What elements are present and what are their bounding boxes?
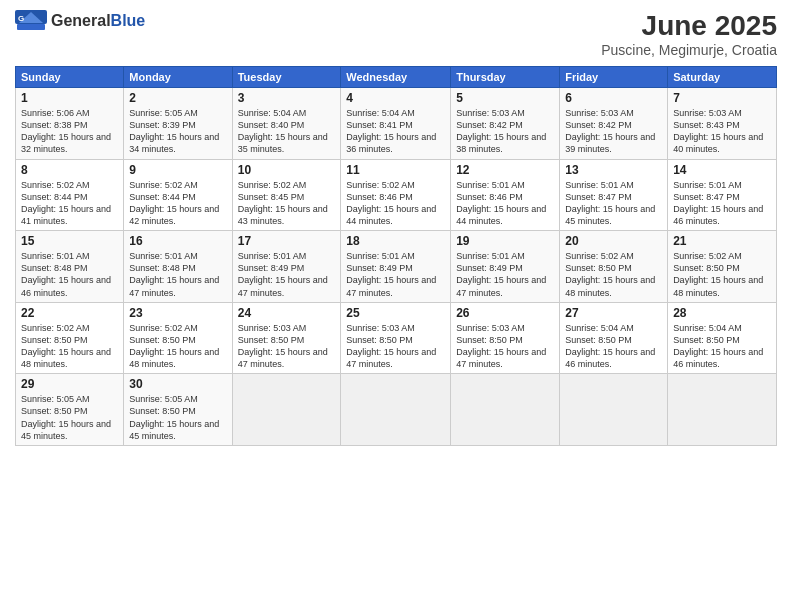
table-row: 2Sunrise: 5:05 AMSunset: 8:39 PMDaylight…	[124, 88, 232, 160]
logo-icon: G	[15, 10, 47, 32]
day-info: Sunrise: 5:02 AMSunset: 8:50 PMDaylight:…	[565, 250, 662, 299]
day-number: 4	[346, 91, 445, 105]
day-number: 26	[456, 306, 554, 320]
day-number: 1	[21, 91, 118, 105]
table-row: 6Sunrise: 5:03 AMSunset: 8:42 PMDaylight…	[560, 88, 668, 160]
table-row	[451, 374, 560, 446]
day-number: 2	[129, 91, 226, 105]
day-number: 22	[21, 306, 118, 320]
day-info: Sunrise: 5:01 AMSunset: 8:48 PMDaylight:…	[21, 250, 118, 299]
col-tuesday: Tuesday	[232, 67, 341, 88]
day-info: Sunrise: 5:03 AMSunset: 8:42 PMDaylight:…	[456, 107, 554, 156]
table-row: 20Sunrise: 5:02 AMSunset: 8:50 PMDayligh…	[560, 231, 668, 303]
day-info: Sunrise: 5:01 AMSunset: 8:48 PMDaylight:…	[129, 250, 226, 299]
table-row: 15Sunrise: 5:01 AMSunset: 8:48 PMDayligh…	[16, 231, 124, 303]
table-row: 13Sunrise: 5:01 AMSunset: 8:47 PMDayligh…	[560, 159, 668, 231]
day-info: Sunrise: 5:02 AMSunset: 8:50 PMDaylight:…	[21, 322, 118, 371]
table-row: 26Sunrise: 5:03 AMSunset: 8:50 PMDayligh…	[451, 302, 560, 374]
day-number: 23	[129, 306, 226, 320]
table-row: 16Sunrise: 5:01 AMSunset: 8:48 PMDayligh…	[124, 231, 232, 303]
table-row: 30Sunrise: 5:05 AMSunset: 8:50 PMDayligh…	[124, 374, 232, 446]
day-number: 24	[238, 306, 336, 320]
table-row: 28Sunrise: 5:04 AMSunset: 8:50 PMDayligh…	[668, 302, 777, 374]
day-number: 18	[346, 234, 445, 248]
day-info: Sunrise: 5:03 AMSunset: 8:43 PMDaylight:…	[673, 107, 771, 156]
table-row	[341, 374, 451, 446]
day-info: Sunrise: 5:02 AMSunset: 8:50 PMDaylight:…	[129, 322, 226, 371]
table-row: 17Sunrise: 5:01 AMSunset: 8:49 PMDayligh…	[232, 231, 341, 303]
day-number: 28	[673, 306, 771, 320]
day-number: 6	[565, 91, 662, 105]
day-number: 30	[129, 377, 226, 391]
calendar-title: June 2025	[601, 10, 777, 42]
table-row: 27Sunrise: 5:04 AMSunset: 8:50 PMDayligh…	[560, 302, 668, 374]
day-info: Sunrise: 5:02 AMSunset: 8:50 PMDaylight:…	[673, 250, 771, 299]
table-row: 23Sunrise: 5:02 AMSunset: 8:50 PMDayligh…	[124, 302, 232, 374]
day-info: Sunrise: 5:01 AMSunset: 8:47 PMDaylight:…	[565, 179, 662, 228]
day-info: Sunrise: 5:01 AMSunset: 8:49 PMDaylight:…	[346, 250, 445, 299]
table-row: 18Sunrise: 5:01 AMSunset: 8:49 PMDayligh…	[341, 231, 451, 303]
day-info: Sunrise: 5:03 AMSunset: 8:50 PMDaylight:…	[238, 322, 336, 371]
day-number: 17	[238, 234, 336, 248]
day-info: Sunrise: 5:03 AMSunset: 8:50 PMDaylight:…	[456, 322, 554, 371]
day-number: 13	[565, 163, 662, 177]
table-row: 24Sunrise: 5:03 AMSunset: 8:50 PMDayligh…	[232, 302, 341, 374]
day-info: Sunrise: 5:03 AMSunset: 8:50 PMDaylight:…	[346, 322, 445, 371]
table-row	[232, 374, 341, 446]
day-number: 14	[673, 163, 771, 177]
table-row: 10Sunrise: 5:02 AMSunset: 8:45 PMDayligh…	[232, 159, 341, 231]
calendar-header-row: Sunday Monday Tuesday Wednesday Thursday…	[16, 67, 777, 88]
day-number: 10	[238, 163, 336, 177]
day-number: 12	[456, 163, 554, 177]
day-info: Sunrise: 5:04 AMSunset: 8:50 PMDaylight:…	[565, 322, 662, 371]
day-info: Sunrise: 5:01 AMSunset: 8:49 PMDaylight:…	[456, 250, 554, 299]
day-info: Sunrise: 5:05 AMSunset: 8:50 PMDaylight:…	[21, 393, 118, 442]
table-row: 9Sunrise: 5:02 AMSunset: 8:44 PMDaylight…	[124, 159, 232, 231]
table-row: 29Sunrise: 5:05 AMSunset: 8:50 PMDayligh…	[16, 374, 124, 446]
day-number: 3	[238, 91, 336, 105]
calendar-page: G GeneralBlue June 2025 Puscine, Megimur…	[0, 0, 792, 612]
day-info: Sunrise: 5:02 AMSunset: 8:44 PMDaylight:…	[129, 179, 226, 228]
svg-rect-2	[17, 24, 45, 30]
table-row: 1Sunrise: 5:06 AMSunset: 8:38 PMDaylight…	[16, 88, 124, 160]
table-row	[668, 374, 777, 446]
calendar-subtitle: Puscine, Megimurje, Croatia	[601, 42, 777, 58]
day-number: 19	[456, 234, 554, 248]
table-row: 19Sunrise: 5:01 AMSunset: 8:49 PMDayligh…	[451, 231, 560, 303]
logo-general: General	[51, 12, 111, 29]
day-number: 8	[21, 163, 118, 177]
day-number: 25	[346, 306, 445, 320]
calendar-table: Sunday Monday Tuesday Wednesday Thursday…	[15, 66, 777, 446]
day-number: 16	[129, 234, 226, 248]
table-row: 7Sunrise: 5:03 AMSunset: 8:43 PMDaylight…	[668, 88, 777, 160]
title-block: June 2025 Puscine, Megimurje, Croatia	[601, 10, 777, 58]
day-info: Sunrise: 5:03 AMSunset: 8:42 PMDaylight:…	[565, 107, 662, 156]
table-row: 4Sunrise: 5:04 AMSunset: 8:41 PMDaylight…	[341, 88, 451, 160]
day-info: Sunrise: 5:01 AMSunset: 8:47 PMDaylight:…	[673, 179, 771, 228]
day-info: Sunrise: 5:04 AMSunset: 8:50 PMDaylight:…	[673, 322, 771, 371]
table-row	[560, 374, 668, 446]
day-number: 27	[565, 306, 662, 320]
header: G GeneralBlue June 2025 Puscine, Megimur…	[15, 10, 777, 58]
day-info: Sunrise: 5:01 AMSunset: 8:46 PMDaylight:…	[456, 179, 554, 228]
table-row: 21Sunrise: 5:02 AMSunset: 8:50 PMDayligh…	[668, 231, 777, 303]
table-row: 14Sunrise: 5:01 AMSunset: 8:47 PMDayligh…	[668, 159, 777, 231]
col-sunday: Sunday	[16, 67, 124, 88]
day-number: 29	[21, 377, 118, 391]
table-row: 3Sunrise: 5:04 AMSunset: 8:40 PMDaylight…	[232, 88, 341, 160]
col-saturday: Saturday	[668, 67, 777, 88]
col-wednesday: Wednesday	[341, 67, 451, 88]
day-number: 7	[673, 91, 771, 105]
day-info: Sunrise: 5:02 AMSunset: 8:45 PMDaylight:…	[238, 179, 336, 228]
day-number: 15	[21, 234, 118, 248]
day-number: 21	[673, 234, 771, 248]
col-thursday: Thursday	[451, 67, 560, 88]
table-row: 11Sunrise: 5:02 AMSunset: 8:46 PMDayligh…	[341, 159, 451, 231]
day-info: Sunrise: 5:05 AMSunset: 8:50 PMDaylight:…	[129, 393, 226, 442]
day-info: Sunrise: 5:05 AMSunset: 8:39 PMDaylight:…	[129, 107, 226, 156]
day-info: Sunrise: 5:04 AMSunset: 8:40 PMDaylight:…	[238, 107, 336, 156]
day-info: Sunrise: 5:06 AMSunset: 8:38 PMDaylight:…	[21, 107, 118, 156]
table-row: 22Sunrise: 5:02 AMSunset: 8:50 PMDayligh…	[16, 302, 124, 374]
col-monday: Monday	[124, 67, 232, 88]
day-number: 9	[129, 163, 226, 177]
